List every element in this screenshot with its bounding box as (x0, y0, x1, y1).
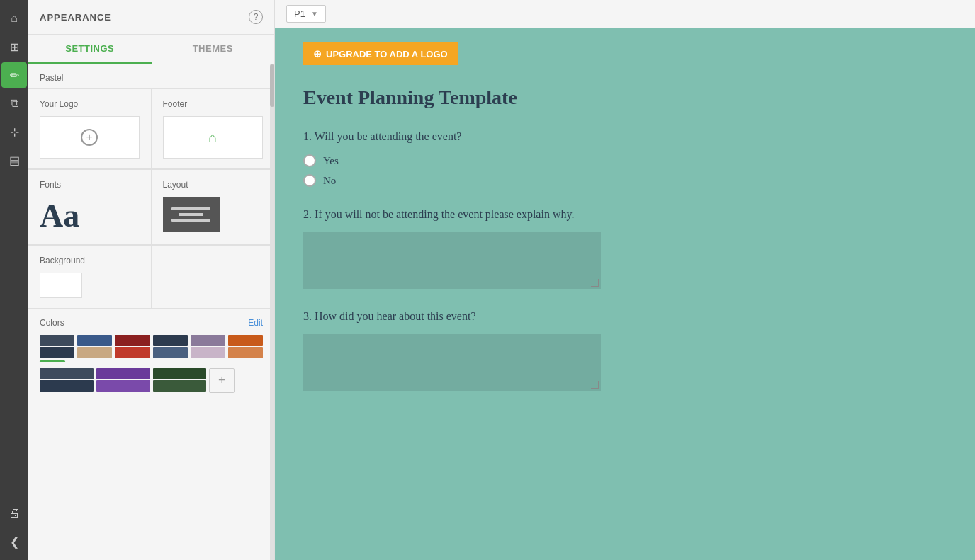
puzzle-icon[interactable]: ⧉ (1, 91, 27, 116)
sidebar-title: APPEARANCE (40, 12, 111, 23)
fonts-cell[interactable]: Fonts Aa (28, 170, 152, 245)
layout-preview (163, 197, 220, 232)
color-swatches-row2: + (40, 368, 263, 393)
sidebar-content: Pastel Your Logo + Footer ⌂ Fonts Aa L (28, 64, 274, 560)
layout-line-2 (179, 213, 203, 216)
swatch-9-bottom (153, 380, 207, 392)
top-bar: P1 ▼ (275, 0, 975, 28)
question-2-text: 2. If you will not be attending the even… (303, 208, 947, 221)
radio-no[interactable]: No (303, 174, 947, 187)
footer-cell: Footer ⌂ (152, 89, 275, 169)
theme-label: Pastel (28, 64, 274, 88)
brush-icon[interactable]: ✏ (1, 62, 27, 88)
layout-line-3 (171, 219, 210, 222)
main-content: P1 ▼ ⊕ UPGRADE TO ADD A LOGO Event Plann… (275, 0, 975, 560)
color-swatch-8[interactable] (96, 368, 150, 393)
color-swatch-3[interactable] (115, 335, 150, 362)
font-sample: Aa (40, 197, 79, 234)
swatch-7-bottom (40, 380, 94, 392)
footer-placeholder[interactable]: ⌂ (163, 116, 264, 159)
scrollbar-track[interactable] (270, 64, 274, 560)
swatch-9-top (153, 368, 207, 379)
color-swatch-6[interactable] (228, 335, 263, 362)
color-swatch-1[interactable] (40, 335, 74, 362)
colors-edit-button[interactable]: Edit (248, 318, 263, 328)
add-palette-button[interactable]: + (209, 368, 235, 393)
color-swatch-9[interactable] (153, 368, 207, 393)
tab-themes[interactable]: THEMES (152, 35, 275, 64)
color-swatch-4[interactable] (153, 335, 188, 362)
radio-yes-circle (303, 154, 316, 167)
page-dropdown[interactable]: P1 ▼ (286, 5, 326, 23)
page-label: P1 (294, 8, 305, 19)
question-2: 2. If you will not be attending the even… (303, 208, 947, 289)
empty-cell (152, 246, 275, 309)
background-grid: Background (28, 245, 274, 309)
upgrade-banner-button[interactable]: ⊕ UPGRADE TO ADD A LOGO (303, 42, 458, 65)
color-swatch-5[interactable] (191, 335, 225, 362)
swatch-8-bottom (96, 380, 150, 392)
radio-yes-label: Yes (323, 155, 339, 167)
home-icon[interactable]: ⌂ (1, 6, 27, 31)
question-2-number: 2. (303, 208, 315, 220)
layers-icon[interactable]: ▤ (1, 147, 27, 173)
swatch-4-top (153, 335, 188, 346)
collapse-icon[interactable]: ❮ (1, 529, 27, 554)
swatch-4-bottom (153, 347, 188, 358)
question-3-number: 3. (303, 310, 315, 322)
background-swatch[interactable] (40, 273, 82, 298)
tab-settings[interactable]: SETTINGS (28, 35, 152, 64)
layout-label: Layout (163, 180, 264, 190)
swatch-2-bottom (77, 347, 112, 358)
swatch-6-bottom (228, 347, 263, 358)
swatch-8-top (96, 368, 150, 379)
logo-placeholder[interactable]: + (40, 116, 140, 159)
dropdown-arrow-icon: ▼ (311, 10, 318, 18)
sidebar: APPEARANCE ? SETTINGS THEMES Pastel Your… (28, 0, 275, 560)
question-3-text: 3. How did you hear about this event? (303, 310, 947, 323)
colors-label: Colors (40, 318, 64, 328)
radio-no-label: No (323, 175, 336, 187)
footer-label: Footer (163, 99, 264, 109)
question-2-textarea[interactable] (303, 232, 601, 289)
print-icon[interactable]: 🖨 (1, 501, 27, 526)
sidebar-tabs: SETTINGS THEMES (28, 35, 274, 64)
form-title: Event Planning Template (303, 86, 947, 109)
colors-section: Colors Edit (28, 309, 274, 401)
color-swatch-2[interactable] (77, 335, 112, 362)
background-label: Background (40, 256, 140, 265)
swatch-1-bottom (40, 347, 74, 358)
swatch-3-top (115, 335, 150, 346)
logo-footer-grid: Your Logo + Footer ⌂ (28, 88, 274, 169)
logo-label: Your Logo (40, 99, 140, 109)
swatch-1-top (40, 335, 74, 346)
upgrade-plus-icon: ⊕ (313, 48, 322, 59)
icon-bar: ⌂ ⊞ ✏ ⧉ ⊹ ▤ 🖨 ❮ (0, 0, 28, 560)
colors-header: Colors Edit (40, 318, 263, 328)
question-1-number: 1. (303, 130, 315, 142)
grid-icon[interactable]: ⊞ (1, 34, 27, 59)
color-swatches-row1 (40, 335, 263, 362)
scrollbar-thumb (270, 64, 274, 107)
swatch-6-top (228, 335, 263, 346)
question-1-text: 1. Will you be attending the event? (303, 130, 947, 143)
swatch-2-top (77, 335, 112, 346)
help-button[interactable]: ? (249, 10, 263, 24)
question-3: 3. How did you hear about this event? (303, 310, 947, 391)
form-preview: ⊕ UPGRADE TO ADD A LOGO Event Planning T… (275, 28, 975, 560)
layout-line-1 (171, 207, 210, 210)
sidebar-header: APPEARANCE ? (28, 0, 274, 35)
question-1: 1. Will you be attending the event? Yes … (303, 130, 947, 187)
active-indicator (40, 360, 65, 362)
upgrade-text: UPGRADE TO ADD A LOGO (326, 49, 448, 59)
fonts-layout-grid: Fonts Aa Layout (28, 169, 274, 245)
question-3-textarea[interactable] (303, 334, 601, 391)
sliders-icon[interactable]: ⊹ (1, 119, 27, 144)
background-cell: Background (28, 246, 152, 309)
swatch-7-top (40, 368, 94, 379)
color-swatch-7[interactable] (40, 368, 94, 393)
footer-icon: ⌂ (208, 130, 217, 146)
radio-yes[interactable]: Yes (303, 154, 947, 167)
swatch-5-bottom (191, 347, 225, 358)
layout-cell[interactable]: Layout (152, 170, 275, 245)
